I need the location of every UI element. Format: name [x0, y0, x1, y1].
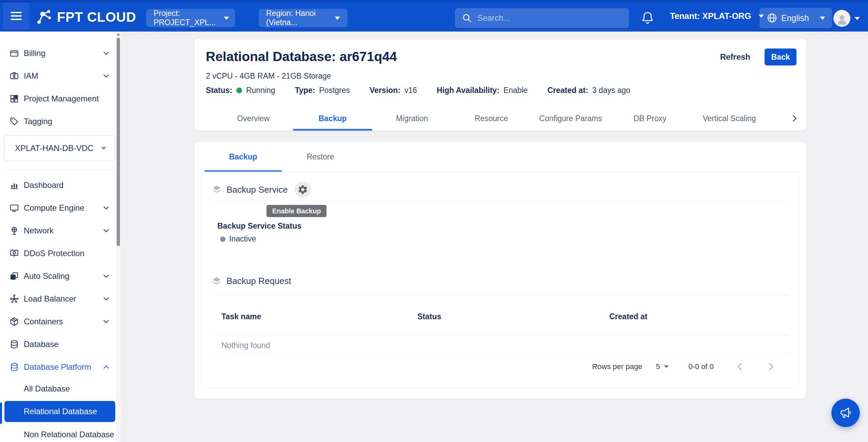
- pagination: Rows per page 5 0-0 of 0: [592, 359, 776, 374]
- backup-service-status-value: Inactive: [220, 234, 256, 244]
- page-title: Relational Database: ar671q44: [206, 49, 397, 64]
- sidebar-item-dashboard[interactable]: Dashboard: [0, 174, 121, 196]
- rows-per-page-label: Rows per page: [592, 362, 642, 371]
- chevron-up-icon: [102, 363, 111, 371]
- rows-per-page-select[interactable]: 5: [656, 362, 669, 371]
- brand-logo[interactable]: FPT CLOUD: [35, 2, 136, 32]
- previous-page-button[interactable]: [735, 362, 745, 372]
- next-page-button[interactable]: [766, 362, 776, 372]
- sidebar-item-compute-engine[interactable]: Compute Engine: [0, 196, 121, 219]
- backup-service-title: Backup Service: [226, 185, 288, 195]
- sidebar-item-network[interactable]: Network: [0, 219, 121, 242]
- subtab-restore[interactable]: Restore: [282, 142, 359, 172]
- backup-subtabs: Backup Restore: [204, 142, 359, 172]
- pagination-range: 0-0 of 0: [688, 362, 714, 371]
- tag-icon: [9, 116, 19, 127]
- status-running-dot: [236, 88, 242, 93]
- gear-icon: [297, 184, 308, 195]
- divider: [212, 295, 789, 295]
- bar-chart-icon: [9, 180, 19, 190]
- created-field: Created at: 3 days ago: [547, 86, 630, 95]
- backup-settings-button[interactable]: [295, 181, 311, 198]
- region-selector[interactable]: Region: Hanoi (Vietna...: [259, 9, 348, 27]
- divider: [212, 335, 789, 335]
- vdc-selector[interactable]: XPLAT-HAN-DB-VDC: [4, 135, 115, 161]
- chevron-down-icon: [102, 204, 111, 212]
- active-item-indicator: [0, 403, 2, 424]
- sidebar-scrollbar[interactable]: [116, 32, 121, 442]
- column-task-name: Task name: [212, 312, 408, 321]
- tenant-selector[interactable]: Tenant: XPLAT-ORG: [670, 11, 764, 21]
- wallet-icon: [9, 48, 19, 58]
- scroll-up-arrow-icon[interactable]: [117, 33, 120, 36]
- enable-backup-tooltip: Enable Backup: [267, 205, 327, 217]
- main-content: Relational Database: ar671q44 2 vCPU - 4…: [121, 32, 868, 442]
- tab-backup[interactable]: Backup: [293, 106, 372, 131]
- ha-value: Enable: [504, 86, 528, 95]
- avatar: [833, 10, 850, 27]
- feedback-megaphone-button[interactable]: [831, 399, 860, 427]
- sidebar-item-non-relational-database[interactable]: Non Relational Database: [0, 424, 121, 442]
- status-value: Running: [246, 86, 275, 95]
- back-button[interactable]: Back: [765, 49, 796, 65]
- tab-migration[interactable]: Migration: [372, 106, 452, 131]
- database-icon: [9, 362, 19, 372]
- tab-vertical-scaling[interactable]: Vertical Scaling: [690, 106, 769, 131]
- backup-panel: Backup Service Enable Backup Backup Serv…: [201, 172, 799, 388]
- sidebar-item-relational-database[interactable]: Relational Database: [4, 401, 115, 422]
- notifications-bell-icon[interactable]: [640, 11, 655, 25]
- refresh-button[interactable]: Refresh: [720, 52, 750, 62]
- sidebar-item-tagging[interactable]: Tagging: [0, 110, 121, 133]
- user-menu[interactable]: [833, 10, 860, 27]
- megaphone-icon: [839, 406, 853, 420]
- sidebar-item-auto-scaling[interactable]: Auto Scaling: [0, 265, 121, 287]
- status-inactive-dot: [220, 236, 225, 242]
- search-input[interactable]: [477, 13, 613, 23]
- sidebar-item-ddos-protection[interactable]: DDoS Protection: [0, 242, 121, 265]
- sidebar-item-billing[interactable]: Billing: [0, 42, 121, 64]
- database-header-card: Relational Database: ar671q44 2 vCPU - 4…: [194, 39, 806, 131]
- project-selector[interactable]: Project: PROJECT_XPL...: [146, 9, 235, 27]
- sidebar-item-database-platform[interactable]: Database Platform: [0, 355, 121, 378]
- nodes-icon: [9, 294, 19, 304]
- chevron-down-icon: [102, 72, 111, 80]
- header-actions: Refresh Back: [720, 49, 796, 65]
- tab-configure-params[interactable]: Configure Params: [531, 106, 610, 131]
- tenant-label: Tenant: XPLAT-ORG: [670, 11, 751, 21]
- tab-resource[interactable]: Resource: [452, 106, 531, 131]
- sidebar-item-containers[interactable]: Containers: [0, 310, 121, 333]
- backup-request-header: Backup Request: [212, 276, 291, 286]
- layers-icon: [212, 185, 222, 195]
- version-value: v16: [405, 86, 417, 95]
- sidebar-item-all-database[interactable]: All Database: [0, 378, 121, 399]
- empty-table-message: Nothing found: [221, 341, 270, 350]
- instance-specs: 2 vCPU - 4GB RAM - 21GB Storage: [206, 72, 331, 81]
- fpt-molecule-icon: [35, 8, 53, 26]
- chevron-down-icon: [102, 317, 111, 326]
- monitor-icon: [9, 203, 19, 213]
- hamburger-menu-button[interactable]: [3, 3, 29, 29]
- divider: [212, 201, 789, 201]
- sidebar-item-database[interactable]: Database: [0, 333, 121, 355]
- caret-down-icon: [224, 17, 229, 20]
- subtab-backup[interactable]: Backup: [204, 142, 282, 172]
- tab-overview[interactable]: Overview: [214, 106, 293, 131]
- caret-down-icon: [101, 147, 106, 150]
- globe-stand-icon: [9, 226, 19, 236]
- language-selector[interactable]: English: [760, 8, 832, 28]
- sidebar-item-load-balancer[interactable]: Load Balancer: [0, 287, 121, 310]
- tab-db-proxy[interactable]: DB Proxy: [610, 106, 690, 131]
- brand-text: FPT CLOUD: [57, 9, 136, 25]
- sidebar-item-iam[interactable]: IAM: [0, 64, 121, 87]
- region-selector-label: Region: Hanoi (Vietna...: [266, 9, 327, 27]
- caret-down-icon: [854, 17, 860, 20]
- globe-icon: [766, 12, 778, 24]
- global-search: [455, 8, 629, 28]
- language-label: English: [781, 13, 809, 23]
- type-field: Type: Postgres: [295, 86, 350, 95]
- tabs-scroll-right-button[interactable]: [783, 106, 806, 131]
- type-value: Postgres: [319, 86, 350, 95]
- sidebar-item-project-management[interactable]: Project Management: [0, 87, 121, 110]
- scrollbar-thumb[interactable]: [117, 38, 120, 246]
- chevron-down-icon: [102, 272, 111, 281]
